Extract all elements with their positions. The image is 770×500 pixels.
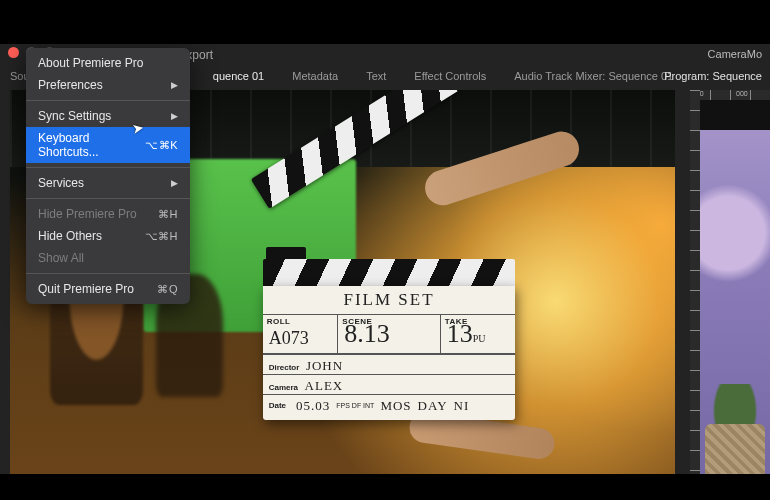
app-menu-dropdown: About Premiere ProPreferences▶Sync Setti… bbox=[26, 48, 190, 304]
menu-item-preferences[interactable]: Preferences▶ bbox=[26, 74, 190, 96]
menu-item-label: Show All bbox=[38, 251, 84, 265]
slate-roll-label: ROLL bbox=[267, 317, 334, 326]
menu-item-label: Preferences bbox=[38, 78, 103, 92]
basket bbox=[705, 424, 765, 474]
slate-day: DAY bbox=[418, 398, 448, 414]
menu-item-sync-settings[interactable]: Sync Settings▶ bbox=[26, 105, 190, 127]
program-video-frame bbox=[700, 130, 770, 474]
menu-item-hide-others[interactable]: Hide Others⌥⌘H bbox=[26, 225, 190, 247]
menu-item-label: Hide Others bbox=[38, 229, 102, 243]
menu-item-about-premiere-pro[interactable]: About Premiere Pro bbox=[26, 52, 190, 74]
ruler-vertical bbox=[690, 90, 700, 474]
slate-roll-cell: ROLL A073 bbox=[263, 315, 339, 353]
menu-item-label: About Premiere Pro bbox=[38, 56, 143, 70]
slate-camera-value: ALEX bbox=[305, 378, 344, 393]
menu-item-quit-premiere-pro[interactable]: Quit Premiere Pro⌘Q bbox=[26, 278, 190, 300]
slate-scene-cell: SCENE 8.13 bbox=[338, 315, 440, 353]
menu-item-shortcut: ⌥⌘K bbox=[145, 139, 178, 152]
slate-nite: NI bbox=[454, 398, 470, 414]
clapper-stripe bbox=[263, 259, 516, 286]
mouse-cursor-icon: ➤ bbox=[131, 119, 146, 137]
slate-row: ROLL A073 SCENE 8.13 TAKE 13PU bbox=[263, 314, 516, 354]
panel-tab-effect-controls[interactable]: Effect Controls bbox=[414, 70, 486, 82]
menu-item-hide-premiere-pro: Hide Premiere Pro⌘H bbox=[26, 203, 190, 225]
film-slate: FILM SET ROLL A073 SCENE 8.13 TAKE 13PU … bbox=[263, 286, 516, 420]
menu-item-label: Hide Premiere Pro bbox=[38, 207, 137, 221]
menu-item-label: Services bbox=[38, 176, 84, 190]
ruler-horizontal: 500 000 bbox=[690, 90, 770, 100]
menu-item-shortcut: ⌘Q bbox=[157, 283, 178, 296]
slate-fps-label: FPS DF INT bbox=[336, 402, 374, 409]
menu-item-show-all: Show All bbox=[26, 247, 190, 269]
slate-director-value: JOHN bbox=[306, 358, 343, 373]
panel-tab-metadata[interactable]: Metadata bbox=[292, 70, 338, 82]
slate-date-line: Date 05.03 FPS DF INT MOS DAY NI bbox=[263, 394, 516, 417]
menu-separator bbox=[26, 198, 190, 199]
menu-item-label: Quit Premiere Pro bbox=[38, 282, 134, 296]
menu-item-shortcut: ⌥⌘H bbox=[145, 230, 178, 243]
menu-item-services[interactable]: Services▶ bbox=[26, 172, 190, 194]
letterbox-top bbox=[0, 0, 770, 44]
menu-item-label: Keyboard Shortcuts... bbox=[38, 131, 145, 159]
slate-date-value: 05.03 bbox=[296, 398, 330, 414]
program-monitor[interactable]: 500 000 bbox=[690, 90, 770, 474]
window-title-right: CameraMo bbox=[708, 48, 762, 60]
panel-tab-sequence[interactable]: quence 01 bbox=[213, 70, 264, 82]
slate-take-value: 13PU bbox=[447, 325, 486, 348]
slate-mos: MOS bbox=[380, 398, 411, 414]
slate-scene-value: 8.13 bbox=[344, 325, 390, 343]
slate-date-label: Date bbox=[269, 401, 286, 410]
menu-item-label: Sync Settings bbox=[38, 109, 111, 123]
menu-item-shortcut: ⌘H bbox=[158, 208, 178, 221]
ruler-tick: 000 bbox=[736, 90, 748, 97]
panel-tab-text[interactable]: Text bbox=[366, 70, 386, 82]
slate-take-cell: TAKE 13PU bbox=[441, 315, 516, 353]
window-close-button[interactable] bbox=[8, 47, 19, 58]
panel-tab-audio-mixer[interactable]: Audio Track Mixer: Sequence 01 bbox=[514, 70, 673, 82]
menu-separator bbox=[26, 167, 190, 168]
slate-director-label: Director bbox=[269, 363, 300, 372]
menu-separator bbox=[26, 273, 190, 274]
menu-separator bbox=[26, 100, 190, 101]
menu-item-keyboard-shortcuts[interactable]: Keyboard Shortcuts...⌥⌘K bbox=[26, 127, 190, 163]
slate-roll-value: A073 bbox=[269, 329, 309, 347]
slate-camera-label: Camera bbox=[269, 383, 298, 392]
chevron-right-icon: ▶ bbox=[171, 178, 178, 188]
chevron-right-icon: ▶ bbox=[171, 111, 178, 121]
program-panel-tab[interactable]: Program: Sequence bbox=[664, 70, 762, 82]
slate-title: FILM SET bbox=[263, 290, 516, 310]
chevron-right-icon: ▶ bbox=[171, 80, 178, 90]
